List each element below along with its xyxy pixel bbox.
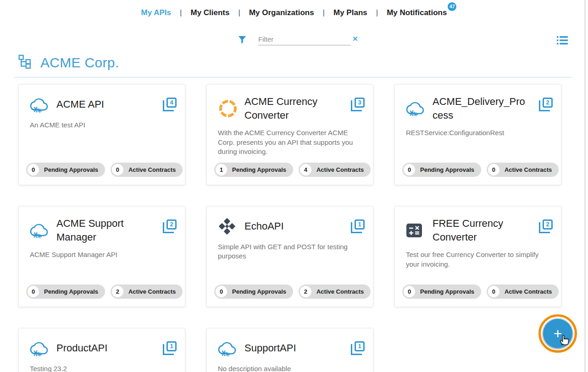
pending-approvals-chip[interactable]: 0 Pending Approvals	[402, 163, 481, 177]
api-description: ACME Support Manager API	[30, 250, 174, 259]
card-chips: 0 Pending Approvals 0 Active Contracts	[402, 284, 554, 299]
filter-input[interactable]	[258, 35, 349, 43]
pending-approvals-label: Pending Approvals	[44, 166, 98, 173]
active-contracts-chip[interactable]: 2 Active Contracts	[299, 284, 371, 299]
nav-separator: |	[323, 8, 325, 17]
nav-separator: |	[180, 8, 182, 17]
nav-my-plans[interactable]: My Plans	[333, 8, 367, 17]
api-description: RESTService:ConfigurationRest	[406, 128, 550, 137]
api-title[interactable]: FREE Currency Converter	[433, 217, 528, 244]
api-card-echoapi[interactable]: EchoAPI 1 Simple API with GET and POST f…	[206, 206, 373, 307]
pending-approvals-count: 0	[28, 164, 39, 175]
heading-divider	[14, 77, 571, 77]
pending-approvals-label: Pending Approvals	[232, 166, 286, 173]
active-contracts-count: 0	[488, 164, 499, 175]
versions-icon[interactable]: 4	[163, 98, 177, 111]
calculator-icon	[406, 223, 426, 238]
api-title[interactable]: ACME API	[56, 98, 104, 111]
nav-my-apis[interactable]: My APIs	[141, 8, 172, 17]
page-title: ACME Corp.	[40, 55, 119, 71]
active-contracts-label: Active Contracts	[316, 288, 364, 295]
pending-approvals-count: 0	[404, 164, 415, 175]
active-contracts-count: 0	[488, 286, 499, 297]
active-contracts-count: 4	[300, 164, 311, 175]
versions-count: 2	[543, 98, 553, 108]
versions-count: 1	[355, 219, 365, 230]
versions-count: 1	[166, 341, 177, 351]
api-card-grid: ACME API 4 An ACME test API 0 Pending Ap…	[18, 84, 588, 372]
versions-icon[interactable]: 1	[351, 219, 365, 233]
pending-approvals-label: Pending Approvals	[232, 288, 286, 295]
versions-icon[interactable]: 1	[163, 341, 177, 355]
nav-my-notifications[interactable]: My Notifications 47	[387, 8, 447, 17]
api-card-acme-support-manager[interactable]: ACME Support Manager 2 ACME Support Mana…	[18, 206, 185, 307]
api-card-acme-currency-converter[interactable]: ACME Currency Converter 3 With the ACME …	[206, 84, 373, 185]
rest-api-cloud-icon	[406, 100, 426, 117]
active-contracts-chip[interactable]: 0 Active Contracts	[487, 163, 559, 177]
nav-my-organizations[interactable]: My Organizations	[249, 8, 314, 17]
active-contracts-chip[interactable]: 0 Active Contracts	[111, 163, 183, 177]
api-description: An ACME test API	[30, 120, 174, 130]
active-contracts-label: Active Contracts	[505, 166, 552, 173]
pending-approvals-label: Pending Approvals	[44, 288, 98, 295]
versions-icon[interactable]: 2	[163, 219, 177, 233]
filter-bar: ✕	[0, 33, 588, 45]
api-title[interactable]: EchoAPI	[244, 219, 284, 233]
card-header: ACME API 4	[30, 85, 174, 114]
api-card-productapi[interactable]: ProductAPI 1 Testing 23.2	[18, 328, 185, 372]
api-title[interactable]: ACME_Delivery_Process	[433, 95, 528, 122]
card-chips: 0 Pending Approvals 0 Active Contracts	[402, 163, 554, 177]
card-header: SupportAPI 1	[218, 328, 362, 358]
pending-approvals-label: Pending Approvals	[420, 288, 474, 295]
pending-approvals-label: Pending Approvals	[420, 166, 474, 173]
plus-icon: +	[554, 325, 562, 342]
top-navigation: My APIs | My Clients | My Organizations …	[0, 0, 588, 17]
api-title[interactable]: SupportAPI	[244, 341, 296, 355]
api-card-supportapi[interactable]: SupportAPI 1 No description available	[206, 328, 373, 372]
pending-approvals-chip[interactable]: 1 Pending Approvals	[214, 163, 293, 177]
card-header: ACME Support Manager 2	[30, 207, 174, 244]
versions-icon[interactable]: 3	[351, 98, 365, 111]
versions-count: 2	[543, 219, 553, 230]
card-chips: 1 Pending Approvals 4 Active Contracts	[214, 163, 366, 177]
pending-approvals-chip[interactable]: 0 Pending Approvals	[214, 284, 293, 299]
filter-field: ✕	[258, 35, 351, 45]
versions-count: 1	[355, 341, 365, 351]
api-title[interactable]: ACME Currency Converter	[244, 95, 340, 122]
versions-count: 3	[355, 98, 365, 108]
rest-api-cloud-icon	[30, 222, 50, 239]
nav-my-clients[interactable]: My Clients	[190, 8, 229, 17]
card-header: FREE Currency Converter 2	[406, 207, 550, 244]
card-header: ACME Currency Converter 3	[218, 85, 362, 122]
clear-filter-icon[interactable]: ✕	[349, 35, 358, 43]
pending-approvals-chip[interactable]: 0 Pending Approvals	[402, 284, 481, 299]
active-contracts-chip[interactable]: 2 Active Contracts	[111, 284, 183, 299]
api-title[interactable]: ACME Support Manager	[56, 217, 152, 244]
active-contracts-count: 0	[112, 164, 123, 175]
api-card-acme-delivery-process[interactable]: ACME_Delivery_Process 2 RESTService:Conf…	[394, 84, 561, 185]
funnel-icon[interactable]	[237, 34, 247, 45]
card-header: ProductAPI 1	[30, 328, 174, 358]
versions-icon[interactable]: 2	[539, 98, 553, 111]
pending-approvals-count: 0	[216, 286, 227, 297]
api-title[interactable]: ProductAPI	[56, 341, 107, 355]
notification-count-badge: 47	[448, 2, 456, 11]
api-card-free-currency-converter[interactable]: FREE Currency Converter 2 Test our free …	[394, 206, 561, 307]
active-contracts-chip[interactable]: 4 Active Contracts	[299, 163, 371, 177]
versions-icon[interactable]: 2	[539, 219, 553, 233]
pending-approvals-count: 0	[404, 286, 415, 297]
active-contracts-count: 2	[300, 286, 311, 297]
organization-header: ACME Corp.	[18, 55, 588, 71]
list-view-icon[interactable]	[557, 36, 568, 47]
card-chips: 0 Pending Approvals 2 Active Contracts	[26, 284, 178, 299]
rest-api-cloud-icon	[30, 340, 50, 357]
active-contracts-label: Active Contracts	[128, 166, 176, 173]
active-contracts-chip[interactable]: 0 Active Contracts	[487, 284, 559, 299]
nav-separator: |	[239, 8, 240, 17]
pending-approvals-chip[interactable]: 0 Pending Approvals	[26, 284, 105, 299]
versions-icon[interactable]: 1	[351, 341, 365, 355]
pending-approvals-chip[interactable]: 0 Pending Approvals	[26, 163, 105, 177]
api-card-acme-api[interactable]: ACME API 4 An ACME test API 0 Pending Ap…	[18, 84, 185, 185]
add-api-fab[interactable]: +	[543, 319, 572, 348]
rest-api-cloud-icon	[30, 96, 50, 113]
